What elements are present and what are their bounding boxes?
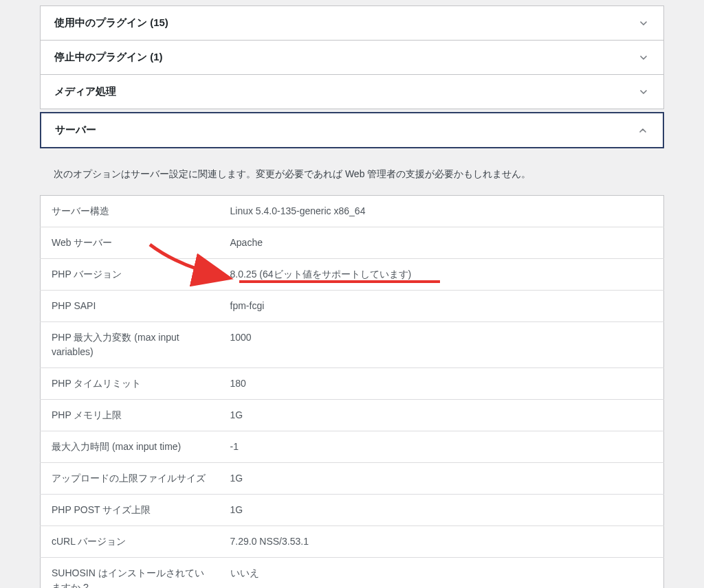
table-row: PHP SAPIfpm-fcgi: [41, 291, 664, 322]
table-cell-value: 7.29.0 NSS/3.53.1: [219, 526, 664, 558]
accordion-label: サーバー: [55, 124, 96, 137]
table-cell-label: Web サーバー: [41, 227, 219, 259]
table-row: Web サーバーApache: [41, 227, 664, 259]
table-cell-label: PHP タイムリミット: [41, 368, 219, 400]
table-row: PHP バージョン8.0.25 (64ビット値をサポートしています): [41, 259, 664, 291]
table-cell-value: -1: [219, 431, 664, 463]
accordion-server[interactable]: サーバー: [40, 112, 664, 148]
table-cell-label: 最大入力時間 (max input time): [41, 431, 219, 463]
table-cell-value: いいえ: [219, 558, 664, 588]
table-row: サーバー構造Linux 5.4.0-135-generic x86_64: [41, 196, 664, 227]
server-panel: 次のオプションはサーバー設定に関連します。変更が必要であれば Web 管理者の支…: [40, 148, 664, 588]
table-cell-value: 180: [219, 368, 664, 400]
table-row: PHP タイムリミット180: [41, 368, 664, 400]
table-cell-label: PHP SAPI: [41, 291, 219, 322]
table-row: PHP POST サイズ上限1G: [41, 495, 664, 526]
table-cell-value: fpm-fcgi: [219, 291, 664, 322]
table-cell-value: 1000: [219, 322, 664, 368]
table-cell-label: PHP POST サイズ上限: [41, 495, 219, 526]
table-cell-value: Linux 5.4.0-135-generic x86_64: [219, 196, 664, 227]
table-row: SUHOSIN はインストールされていますか ?いいえ: [41, 558, 664, 588]
table-cell-label: アップロードの上限ファイルサイズ: [41, 463, 219, 495]
server-info-table: サーバー構造Linux 5.4.0-135-generic x86_64Web …: [40, 195, 664, 588]
table-cell-value: Apache: [219, 227, 664, 259]
table-row: PHP メモリ上限1G: [41, 400, 664, 431]
chevron-down-icon: [637, 86, 650, 98]
chevron-down-icon: [637, 17, 650, 30]
table-cell-label: サーバー構造: [41, 196, 219, 227]
table-cell-label: cURL バージョン: [41, 526, 219, 558]
table-cell-label: PHP バージョン: [41, 259, 219, 291]
accordion-inactive-plugins[interactable]: 停止中のプラグイン (1): [40, 40, 664, 75]
chevron-up-icon: [637, 124, 649, 137]
accordion-active-plugins[interactable]: 使用中のプラグイン (15): [40, 5, 664, 41]
table-cell-label: PHP メモリ上限: [41, 400, 219, 431]
table-row: アップロードの上限ファイルサイズ1G: [41, 463, 664, 495]
accordion-label: 使用中のプラグイン (15): [54, 16, 168, 30]
server-panel-description: 次のオプションはサーバー設定に関連します。変更が必要であれば Web 管理者の支…: [40, 166, 664, 195]
table-cell-label: SUHOSIN はインストールされていますか ?: [41, 558, 219, 588]
table-row: cURL バージョン7.29.0 NSS/3.53.1: [41, 526, 664, 558]
accordion-media-handling[interactable]: メディア処理: [40, 74, 664, 109]
accordion-label: 停止中のプラグイン (1): [54, 51, 163, 64]
table-cell-value: 8.0.25 (64ビット値をサポートしています): [219, 259, 664, 291]
table-cell-value: 1G: [219, 495, 664, 526]
table-cell-label: PHP 最大入力変数 (max input variables): [41, 322, 219, 368]
table-row: PHP 最大入力変数 (max input variables)1000: [41, 322, 664, 368]
table-row: 最大入力時間 (max input time)-1: [41, 431, 664, 463]
table-cell-value: 1G: [219, 400, 664, 431]
table-cell-value: 1G: [219, 463, 664, 495]
chevron-down-icon: [637, 52, 650, 64]
accordion-label: メディア処理: [54, 85, 116, 98]
